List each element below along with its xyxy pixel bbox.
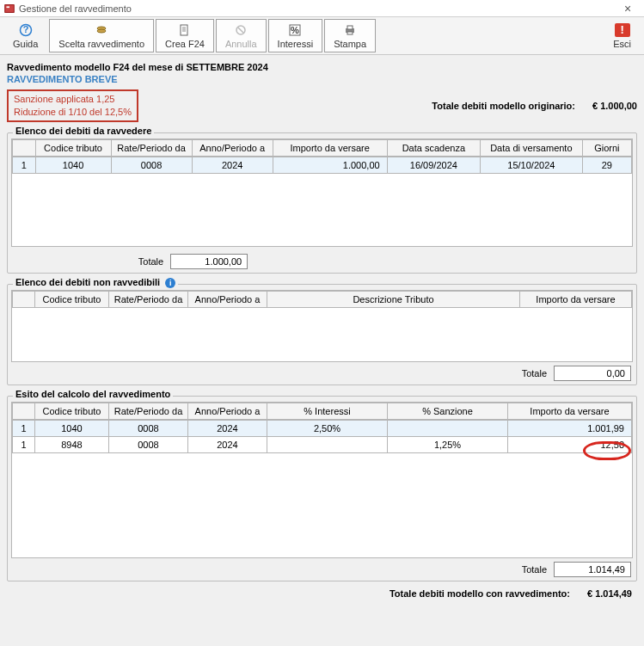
table-row[interactable]: 1 1040 0008 2024 1.000,00 16/09/2024 15/… xyxy=(13,157,632,173)
col-interessi: % Interessi xyxy=(267,403,388,419)
svg-rect-6 xyxy=(181,25,187,35)
col-scadenza: Data scadenza xyxy=(387,139,480,156)
col-rownum xyxy=(13,291,35,307)
col-anno: Anno/Periodo a xyxy=(192,139,273,156)
exit-icon: ! xyxy=(615,23,630,37)
col-rownum xyxy=(13,403,35,419)
esci-label: Esci xyxy=(613,39,631,49)
percent-icon: % xyxy=(288,23,302,37)
cell-scadenza: 16/09/2024 xyxy=(387,157,480,173)
svg-rect-1 xyxy=(7,6,10,8)
col-codice: Codice tributo xyxy=(35,139,111,156)
col-rate: Rate/Periodo da xyxy=(111,139,192,156)
svg-line-11 xyxy=(238,28,243,33)
svg-text:?: ? xyxy=(22,24,28,34)
group3-total-label: Totale xyxy=(522,564,547,575)
content-area: Ravvedimento modello F24 del mese di SET… xyxy=(0,55,644,602)
col-anno: Anno/Periodo a xyxy=(188,291,267,307)
title-bar: Gestione del ravvedimento × xyxy=(0,0,644,17)
sanzione-line2: Riduzione di 1/10 del 12,5% xyxy=(14,106,132,119)
svg-point-5 xyxy=(97,29,106,33)
close-icon[interactable]: × xyxy=(615,2,641,15)
cell-interessi: 2,50% xyxy=(267,420,388,436)
cell-anno: 2024 xyxy=(188,436,267,452)
col-codice: Codice tributo xyxy=(35,291,109,307)
col-giorni: Giorni xyxy=(582,139,631,156)
annulla-label: Annulla xyxy=(225,39,257,49)
info-icon[interactable]: i xyxy=(165,278,175,288)
print-icon xyxy=(343,23,357,37)
heading-main: Ravvedimento modello F24 del mese di SET… xyxy=(7,58,637,72)
money-icon xyxy=(95,23,108,37)
footer-total-label: Totale debiti modello con ravvedimento: xyxy=(389,588,570,599)
group2-title: Elenco dei debiti non ravvedibili i xyxy=(13,277,178,288)
undo-icon xyxy=(234,23,248,37)
totale-orig-value: € 1.000,00 xyxy=(592,101,637,111)
help-button[interactable]: ? Guida xyxy=(3,19,47,52)
cell-rownum: 1 xyxy=(13,436,35,452)
esci-button[interactable]: ! Esci xyxy=(604,19,641,52)
cell-rate: 0008 xyxy=(109,420,188,436)
crea-label: Crea F24 xyxy=(165,39,205,49)
interessi-button[interactable]: % Interessi xyxy=(268,19,323,52)
cell-rownum: 1 xyxy=(13,420,35,436)
crea-f24-button[interactable]: Crea F24 xyxy=(156,19,214,52)
group2-title-text: Elenco dei debiti non ravvedibili xyxy=(15,277,160,287)
table-esito: Codice tributo Rate/Periodo da Anno/Peri… xyxy=(12,403,632,420)
scelta-label: Scelta ravvedimento xyxy=(58,39,144,49)
group3-title: Esito del calcolo del ravvedimento xyxy=(13,389,173,399)
annulla-button[interactable]: Annulla xyxy=(216,19,267,52)
document-icon xyxy=(178,23,192,37)
table-row[interactable]: 1 8948 0008 2024 1,25% 12,50 xyxy=(13,436,632,452)
cell-importo: 1.000,00 xyxy=(273,157,387,173)
group1-total-value: 1.000,00 xyxy=(170,254,248,269)
table-debiti-ravvedere: Codice tributo Rate/Periodo da Anno/Peri… xyxy=(12,139,632,157)
col-anno: Anno/Periodo a xyxy=(188,403,267,419)
svg-rect-15 xyxy=(347,26,353,29)
col-descrizione: Descrizione Tributo xyxy=(267,291,520,307)
group-esito-calcolo: Esito del calcolo del ravvedimento Codic… xyxy=(7,396,637,581)
col-importo: Importo da versare xyxy=(520,291,632,307)
app-icon xyxy=(3,3,15,15)
footer-total-value: € 1.014,49 xyxy=(587,588,632,599)
group2-total-value: 0,00 xyxy=(554,366,631,381)
svg-rect-0 xyxy=(5,4,15,12)
col-importo: Importo da versare xyxy=(273,139,387,156)
cell-codice: 1040 xyxy=(35,157,111,173)
cell-rownum: 1 xyxy=(13,157,36,173)
cell-rate: 0008 xyxy=(111,157,192,173)
col-sanzione: % Sanzione xyxy=(388,403,508,419)
scelta-ravvedimento-button[interactable]: Scelta ravvedimento xyxy=(49,19,154,52)
svg-rect-16 xyxy=(347,32,353,34)
interessi-label: Interessi xyxy=(278,39,314,49)
col-rate: Rate/Periodo da xyxy=(109,403,188,419)
table-row[interactable]: 1 1040 0008 2024 2,50% 1.001,99 xyxy=(13,420,632,436)
group2-total-label: Totale xyxy=(522,368,547,378)
col-rownum xyxy=(13,139,36,156)
group-debiti-non-ravvedibili: Elenco dei debiti non ravvedibili i Codi… xyxy=(7,284,637,385)
totale-orig-label: Totale debiti modello originario: xyxy=(432,101,592,111)
group-debiti-ravvedere: Elenco dei debiti da ravvedere Codice tr… xyxy=(7,132,637,274)
window-title: Gestione del ravvedimento xyxy=(15,3,615,14)
col-importo: Importo da versare xyxy=(508,403,632,419)
toolbar: ? Guida Scelta ravvedimento Crea F24 Ann… xyxy=(0,17,644,55)
cell-anno: 2024 xyxy=(188,420,267,436)
group1-title: Elenco dei debiti da ravvedere xyxy=(13,126,154,136)
cell-importo: 1.001,99 xyxy=(508,420,632,436)
heading-type: RAVVEDIMENTO BREVE xyxy=(7,72,637,89)
cell-sanzione: 1,25% xyxy=(388,436,508,452)
cell-importo: 12,50 xyxy=(508,436,632,452)
stampa-button[interactable]: Stampa xyxy=(324,19,376,52)
help-icon: ? xyxy=(19,23,33,37)
stampa-label: Stampa xyxy=(334,39,366,49)
cell-codice: 1040 xyxy=(35,420,109,436)
cell-giorni: 29 xyxy=(582,157,631,173)
cell-rate: 0008 xyxy=(109,436,188,452)
group3-total-value: 1.014,49 xyxy=(554,562,631,577)
cell-interessi xyxy=(267,436,388,452)
cell-codice: 8948 xyxy=(35,436,109,452)
footer-total: Totale debiti modello con ravvedimento: … xyxy=(7,581,637,599)
sanzione-highlight-box: Sanzione applicata 1,25 Riduzione di 1/1… xyxy=(7,89,138,122)
cell-versamento: 15/10/2024 xyxy=(481,157,583,173)
group1-total-label: Totale xyxy=(138,256,163,267)
